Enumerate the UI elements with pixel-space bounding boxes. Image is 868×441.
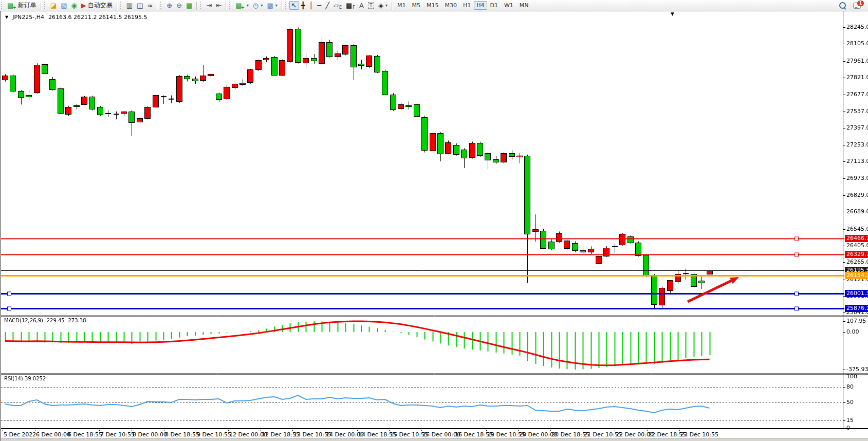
- toolbar-grip[interactable]: [44, 2, 47, 9]
- market-watch-icon[interactable]: ◪: [48, 1, 59, 10]
- zoom-in-button[interactable]: ⊕: [164, 1, 174, 10]
- time-axis-tick: [99, 430, 100, 431]
- window-bottom-edge: [1, 438, 868, 441]
- time-axis-tick: [583, 430, 583, 431]
- candlestick-chart-button[interactable]: ◫: [135, 1, 145, 10]
- rsi-axis-label: 100: [846, 373, 857, 380]
- price-axis-label: 26265.0: [846, 259, 868, 265]
- time-axis-tick: [421, 430, 422, 431]
- cursor-icon: ↖: [291, 2, 297, 9]
- price-axis-label: 27253.0: [846, 141, 868, 148]
- market-watch-icon-icon: ◪: [50, 2, 57, 9]
- new-order-button[interactable]: ▤+新订单: [5, 0, 39, 11]
- line-chart-button[interactable]: ≈: [145, 1, 155, 10]
- indicators-button[interactable]: ▤+▾: [233, 1, 251, 11]
- dropdown-arrow-icon[interactable]: ▾: [261, 3, 263, 8]
- horizontal-line-button[interactable]: ─: [315, 1, 323, 10]
- time-axis[interactable]: 5 Dec 20226 Dec 00:006 Dec 18:557 Dec 10…: [1, 430, 868, 438]
- text-icon: A: [359, 2, 364, 9]
- price-axis[interactable]: 28245.028105.027961.027821.027677.027537…: [845, 11, 868, 430]
- subscript-label: E: [339, 5, 342, 10]
- time-axis-label: 6 Dec 18:55: [68, 431, 102, 438]
- signals-icon[interactable]: ◉: [69, 1, 79, 10]
- crosshair-button[interactable]: ╋: [299, 1, 307, 10]
- auto-scroll-icon: ⇥: [206, 2, 212, 9]
- toolbar-grip[interactable]: [160, 2, 163, 9]
- chart-ohlc-values: 26163.6 26211.2 26141.5 26195.5: [48, 14, 147, 21]
- trendline-button[interactable]: ╱: [323, 1, 331, 10]
- zoom-out-button[interactable]: ⊖: [174, 1, 184, 10]
- toolbar-grip[interactable]: [285, 2, 288, 9]
- autotrading-button[interactable]: ▶自动交易: [79, 0, 115, 11]
- fibonacci-button[interactable]: ▦F: [344, 1, 357, 11]
- mt4-window: ▤+新订单◪▧◉▶自动交易▥◫≈⊕⊖▦⇥⇤▤+▾◷▾▩▾↖╋│─╱▱E▦FAT◈…: [0, 0, 868, 441]
- time-axis-tick: [615, 430, 615, 431]
- rsi-indicator-label: RSI(14) 39.0252: [4, 376, 46, 381]
- cursor-button[interactable]: ↖: [289, 1, 299, 10]
- time-axis-label: 8 Dec 18:55: [165, 431, 199, 438]
- plus-overlay-icon: +: [241, 5, 245, 10]
- autotrading-icon: ▶: [81, 2, 86, 9]
- time-axis-tick: [486, 430, 487, 431]
- zoom-in-icon: ⊕: [167, 2, 172, 9]
- timeframe-button-m30[interactable]: M30: [441, 1, 460, 10]
- dropdown-arrow-icon[interactable]: ▾: [385, 3, 387, 8]
- text-button[interactable]: A: [357, 1, 366, 10]
- chart-shift-marker-icon[interactable]: ▼: [671, 11, 674, 16]
- chart-shift-button[interactable]: ⇤: [214, 1, 224, 10]
- timeframe-button-w1[interactable]: W1: [501, 1, 516, 10]
- toolbar-separator: [226, 2, 226, 10]
- chat-button[interactable]: 1: [853, 3, 861, 9]
- crosshair-icon: ╋: [301, 2, 305, 9]
- shapes-button[interactable]: ◈▾: [376, 1, 390, 10]
- rsi-axis-label: 80: [846, 383, 854, 390]
- time-axis-tick: [228, 430, 229, 431]
- timeframe-button-h4[interactable]: H4: [474, 1, 487, 10]
- dropdown-arrow-icon[interactable]: ▾: [247, 3, 249, 8]
- signals-icon-icon: ◉: [71, 2, 77, 9]
- periods-icon: ◷: [253, 2, 258, 9]
- chart-dropdown-icon[interactable]: ▼: [5, 15, 8, 20]
- text-label-button[interactable]: T: [366, 1, 376, 10]
- bar-chart-icon: ▥: [126, 2, 133, 9]
- macd-axis-label: 107.95: [846, 318, 866, 324]
- time-axis-tick: [132, 430, 132, 431]
- navigator-icon[interactable]: ▧: [59, 1, 69, 10]
- timeframe-button-h1[interactable]: H1: [460, 1, 474, 10]
- horizontal-line-icon: ─: [317, 2, 321, 9]
- toolbar-grip[interactable]: [229, 2, 232, 9]
- timeframe-button-d1[interactable]: D1: [487, 1, 501, 10]
- bar-chart-button[interactable]: ▥: [124, 1, 135, 10]
- templates-button[interactable]: ▩▾: [265, 1, 279, 10]
- time-axis-tick: [292, 430, 293, 431]
- price-axis-label: 26689.0: [846, 208, 868, 215]
- dropdown-arrow-icon[interactable]: ▾: [275, 3, 278, 8]
- macd-indicator-label: MACD(12,26,9) -229.45 -273.38: [4, 318, 86, 323]
- timeframe-button-m15[interactable]: M15: [423, 1, 442, 10]
- time-axis-tick: [550, 430, 551, 431]
- periods-button[interactable]: ◷▾: [251, 1, 265, 10]
- search-icon[interactable]: [839, 2, 846, 9]
- price-axis-label: 27961.0: [846, 58, 868, 64]
- auto-scroll-button[interactable]: ⇥: [204, 1, 214, 10]
- tile-windows-button[interactable]: ▦: [184, 1, 194, 10]
- time-axis-tick: [261, 430, 261, 431]
- price-axis-label: 27397.0: [846, 124, 868, 131]
- timeframe-button-m5[interactable]: M5: [409, 1, 423, 10]
- toolbar-separator: [196, 2, 197, 10]
- time-axis-label: 8 Dec 00:00: [133, 431, 167, 438]
- vertical-line-icon: │: [309, 2, 313, 9]
- vertical-line-button[interactable]: │: [307, 1, 315, 10]
- timeframe-button-mn[interactable]: MN: [516, 1, 532, 10]
- time-axis-label: 5 Dec 2022: [4, 431, 36, 438]
- new-order-button-label: 新订单: [18, 1, 36, 10]
- toolbar-grip[interactable]: [1, 2, 4, 9]
- time-axis-label: 23 Dec 10:55: [680, 431, 718, 438]
- price-level-badge: 26001.3: [845, 290, 868, 297]
- equidistant-channel-button[interactable]: ▱E: [331, 1, 344, 11]
- price-level-badge: 26466.7: [845, 235, 868, 242]
- price-chart-canvas[interactable]: [1, 11, 868, 430]
- toolbar-grip[interactable]: [200, 2, 202, 9]
- toolbar-grip[interactable]: [120, 2, 123, 9]
- timeframe-button-m1[interactable]: M1: [394, 1, 409, 10]
